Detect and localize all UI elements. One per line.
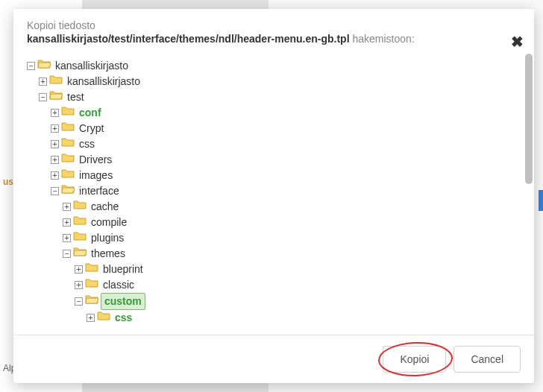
folder-label[interactable]: css [113, 310, 134, 326]
folder-label[interactable]: css [77, 136, 97, 152]
folder-label[interactable]: classic [101, 277, 136, 293]
tree-toggle-icon[interactable]: + [75, 265, 83, 274]
path-suffix: hakemistoon: [350, 33, 415, 45]
folder-icon [97, 310, 110, 326]
folder-label[interactable]: Crypt [77, 121, 106, 136]
folder-icon [61, 136, 75, 152]
file-path: kansalliskirjasto/test/interface/themes/… [27, 33, 350, 45]
tree-toggle-icon[interactable]: + [63, 234, 71, 242]
folder-icon [49, 74, 63, 89]
tree-node[interactable]: −themes [63, 246, 513, 262]
copy-button[interactable]: Kopioi [383, 346, 446, 373]
folder-icon [49, 89, 63, 105]
folder-icon [85, 294, 98, 309]
tree-node[interactable]: −interface [51, 183, 513, 199]
tree-toggle-icon[interactable]: − [39, 93, 47, 101]
folder-icon [61, 121, 75, 136]
folder-label[interactable]: interface [77, 183, 122, 199]
tree-node[interactable]: +plugins [63, 230, 513, 246]
tree-node[interactable]: +conf [51, 105, 513, 121]
tree-node[interactable]: +Drivers [51, 152, 513, 168]
tree-node[interactable]: +cache [63, 199, 513, 215]
folder-label[interactable]: kansalliskirjasto [65, 74, 142, 89]
copy-file-dialog: Kopioi tiedosto kansalliskirjasto/test/i… [13, 9, 534, 383]
dialog-body: −kansalliskirjasto+kansalliskirjasto−tes… [13, 51, 534, 335]
folder-icon [61, 168, 75, 183]
folder-icon [73, 199, 87, 215]
background-blue-strip [539, 190, 543, 211]
tree-toggle-icon[interactable]: + [75, 281, 83, 289]
folder-tree[interactable]: −kansalliskirjasto+kansalliskirjasto−tes… [27, 58, 513, 326]
tree-toggle-icon[interactable]: + [87, 314, 95, 322]
cancel-button[interactable]: Cancel [453, 346, 521, 373]
tree-node[interactable]: +kansalliskirjasto [39, 74, 513, 89]
tree-container: −kansalliskirjasto+kansalliskirjasto−tes… [27, 58, 513, 335]
folder-icon [73, 246, 87, 262]
close-button[interactable]: ✖ [511, 34, 524, 49]
folder-icon [85, 277, 98, 293]
tree-toggle-icon[interactable]: + [51, 171, 59, 180]
dialog-footer: Kopioi Cancel [13, 335, 534, 383]
tree-toggle-icon[interactable]: + [51, 140, 59, 148]
tree-node[interactable]: +css [87, 310, 513, 326]
tree-node[interactable]: −kansalliskirjasto [27, 58, 513, 74]
tree-toggle-icon[interactable]: + [63, 203, 71, 211]
folder-label[interactable]: kansalliskirjasto [53, 58, 131, 74]
folder-icon [73, 215, 87, 230]
folder-icon [37, 58, 51, 74]
folder-icon [85, 262, 98, 277]
tree-toggle-icon[interactable]: − [63, 250, 71, 258]
tree-node[interactable]: −custom [75, 293, 513, 310]
folder-label[interactable]: images [77, 168, 115, 183]
folder-label[interactable]: Drivers [77, 152, 114, 168]
tree-toggle-icon[interactable]: + [51, 109, 59, 117]
folder-label[interactable]: compile [89, 215, 129, 230]
tree-toggle-icon[interactable]: − [27, 62, 35, 70]
scrollbar[interactable] [524, 52, 534, 186]
folder-icon [61, 105, 75, 121]
folder-label[interactable]: test [65, 89, 87, 105]
close-icon: ✖ [511, 34, 524, 50]
folder-label[interactable]: custom [101, 293, 145, 310]
folder-label[interactable]: themes [89, 246, 128, 262]
tree-toggle-icon[interactable]: + [39, 78, 47, 86]
tree-node[interactable]: −test [39, 89, 513, 105]
tree-toggle-icon[interactable]: + [51, 156, 59, 164]
dialog-subtitle: kansalliskirjasto/test/interface/themes/… [27, 33, 521, 45]
folder-label[interactable]: conf [77, 105, 104, 121]
tree-toggle-icon[interactable]: − [75, 297, 83, 306]
tree-node[interactable]: +images [51, 168, 513, 183]
folder-label[interactable]: cache [89, 199, 121, 215]
folder-icon [61, 183, 75, 199]
folder-icon [61, 152, 75, 168]
tree-toggle-icon[interactable]: + [51, 124, 59, 133]
folder-label[interactable]: blueprint [101, 262, 145, 277]
tree-node[interactable]: +css [51, 136, 513, 152]
dialog-title: Kopioi tiedosto [27, 19, 521, 31]
tree-node[interactable]: +classic [75, 277, 513, 293]
tree-toggle-icon[interactable]: + [63, 218, 71, 227]
tree-toggle-icon[interactable]: − [51, 187, 59, 195]
tree-node[interactable]: +Crypt [51, 121, 513, 136]
folder-icon [73, 230, 87, 246]
scrollbar-thumb[interactable] [525, 54, 533, 184]
folder-label[interactable]: plugins [89, 230, 126, 246]
tree-node[interactable]: +blueprint [75, 262, 513, 277]
dialog-header: Kopioi tiedosto kansalliskirjasto/test/i… [13, 9, 534, 51]
tree-node[interactable]: +compile [63, 215, 513, 230]
